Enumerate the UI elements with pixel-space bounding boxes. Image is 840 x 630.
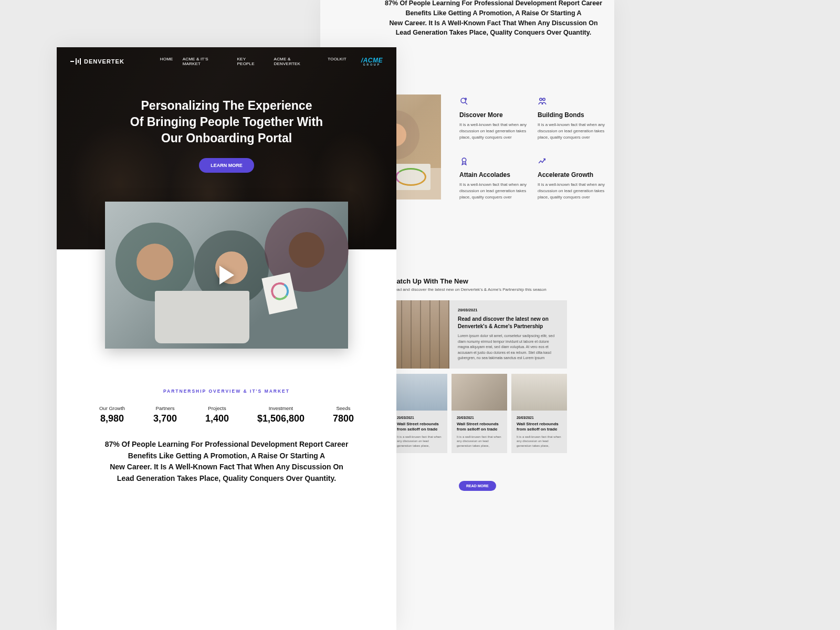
nav-key-people[interactable]: KEY PEOPLE [237,57,265,66]
feature-desc: It is a well-known fact that when any di… [459,122,528,141]
stat-label: Projects [205,405,229,411]
brand-name: DENVERTEK [84,58,124,65]
feature-title: Accelerate Growth [538,171,606,178]
news-card[interactable]: 20/03/2021 Wall Street rebounds from sel… [511,374,567,453]
stat-value: 7800 [333,413,354,424]
play-icon [219,266,234,285]
read-more-button[interactable]: READ MORE [459,481,496,491]
news-featured-image [392,300,449,369]
stat-value: 8,980 [99,413,125,424]
news-date: 20/03/2021 [458,308,559,312]
stats-row: Our Growth 8,980 Partners 3,700 Projects… [85,405,368,424]
partner-logo: /ACME GROUP [361,57,383,66]
discover-icon [459,97,469,106]
nav-toolkit[interactable]: TOOLKIT [328,57,346,66]
stat-label: Partners [153,405,177,411]
features-grid: Discover More It is a well-known fact th… [459,97,606,201]
news-card-image [511,374,567,411]
feature-accolades: Attain Accolades It is a well-known fact… [459,156,528,201]
stat-investment: Investment $1,506,800 [257,405,304,424]
svg-point-3 [543,98,545,101]
news-card[interactable]: 20/03/2021 Wall Street rebounds from sel… [392,374,447,453]
partner-sub: GROUP [361,63,383,66]
news-card-image [392,374,447,411]
stats-eyebrow: PARTNERSHIP OVERVIEW & IT'S MARKET [85,388,368,394]
nav-home[interactable]: HOME [160,57,173,66]
text: New Career. It Is A Well-Known Fact That… [389,19,597,27]
text: Our Onboarding Portal [161,131,292,145]
stat-label: Our Growth [99,405,125,411]
text: 87% Of People Learning For Professional … [385,0,602,7]
news-card-desc: It is a well-known fact that when any di… [517,435,562,448]
stat-seeds: Seeds 7800 [333,405,354,424]
bonds-icon [538,97,547,106]
stat-value: 3,700 [153,413,177,424]
news-card-title: Wall Street rebounds from selloff on tra… [517,422,562,433]
feature-desc: It is a well-known fact that when any di… [459,182,528,201]
text: Personalizing The Experience [141,99,312,112]
text: Benefits Like Getting A Promotion, A Rai… [405,9,581,17]
accolades-icon [459,156,469,166]
feature-growth: Accelerate Growth It is a well-known fac… [538,156,606,201]
text: Of Bringing People Together With [130,115,323,129]
feature-bonds: Building Bonds It is a well-known fact t… [538,97,606,141]
news-card-desc: It is a well-known fact that when any di… [397,435,442,448]
stat-projects: Projects 1,400 [205,405,229,424]
news-card-title: Wall Street rebounds from selloff on tra… [397,422,442,433]
nav-acme-market[interactable]: ACME & IT'S MARKET [183,57,228,66]
hero-copy: Personalizing The Experience Of Bringing… [57,98,396,173]
learn-more-button[interactable]: LEARN MORE [199,158,254,173]
news-date: 20/03/2021 [517,416,562,419]
svg-point-1 [465,98,467,100]
news-title: Catch Up With The New [392,277,547,285]
primary-page: DENVERTEK HOME ACME & IT'S MARKET KEY PE… [57,47,396,630]
news-featured-title: Read and discover the latest new on Denv… [458,316,559,330]
news-heading: Catch Up With The New Read and discover … [392,277,547,292]
feature-desc: It is a well-known fact that when any di… [538,182,606,201]
feature-title: Discover More [459,111,528,119]
site-header: DENVERTEK HOME ACME & IT'S MARKET KEY PE… [57,47,396,76]
stats-paragraph: 87% Of People Learning For Professional … [85,439,368,485]
main-nav: HOME ACME & IT'S MARKET KEY PEOPLE ACME … [160,57,346,66]
stat-value: 1,400 [205,413,229,424]
text: Lead Generation Takes Place, Quality Con… [117,474,336,482]
stat-partners: Partners 3,700 [153,405,177,424]
news-card-row: 20/03/2021 Wall Street rebounds from sel… [392,374,567,453]
news-card-image [452,374,507,411]
stat-value: $1,506,800 [257,413,304,424]
text: Benefits Like Getting A Promotion, A Rai… [128,452,325,460]
news-featured[interactable]: 20/03/2021 Read and discover the latest … [392,300,567,369]
hero-video[interactable] [105,202,348,349]
feature-desc: It is a well-known fact that when any di… [538,122,606,141]
text: Lead Generation Takes Place, Quality Con… [396,29,592,36]
svg-point-4 [462,158,466,162]
text: 87% Of People Learning For Professional … [105,440,349,448]
news-featured-body: Lorem ipsum dolor sit amet, consetetur s… [458,333,559,361]
svg-point-2 [540,98,542,101]
logo-mark-icon [70,58,81,65]
news-date: 20/03/2021 [457,416,502,419]
feature-discover: Discover More It is a well-known fact th… [459,97,528,141]
news-card-desc: It is a well-known fact that when any di… [457,435,502,448]
nav-partnership[interactable]: ACME & DENVERTEK [274,57,319,66]
news-sub: Read and discover the latest new on Denv… [392,287,547,292]
news-card-title: Wall Street rebounds from selloff on tra… [457,422,502,433]
stat-label: Investment [257,405,304,411]
brand-logo[interactable]: DENVERTEK [70,58,124,65]
growth-icon [538,156,547,166]
feature-title: Building Bonds [538,111,606,119]
stat-growth: Our Growth 8,980 [99,405,125,424]
hero-headline: Personalizing The Experience Of Bringing… [57,98,396,146]
feature-title: Attain Accolades [459,171,528,178]
news-card[interactable]: 20/03/2021 Wall Street rebounds from sel… [452,374,507,453]
text: New Career. It Is A Well-Known Fact That… [110,463,343,471]
stat-label: Seeds [333,405,354,411]
rp-headline: 87% Of People Learning For Professional … [362,0,625,38]
news-date: 20/03/2021 [397,416,442,419]
stats-section: PARTNERSHIP OVERVIEW & IT'S MARKET Our G… [57,388,396,485]
